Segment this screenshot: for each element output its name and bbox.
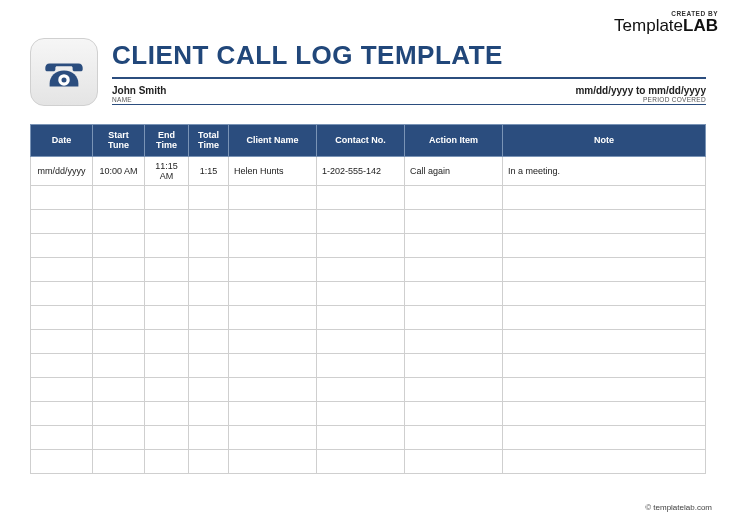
cell-client: Helen Hunts [229,156,317,185]
cell-date [31,233,93,257]
cell-action [405,377,503,401]
meta-name-label: NAME [112,96,166,103]
cell-note [503,449,706,473]
cell-contact [317,425,405,449]
cell-note [503,305,706,329]
cell-end [145,401,189,425]
cell-total [189,281,229,305]
cell-start [93,449,145,473]
cell-note [503,233,706,257]
cell-date: mm/dd/yyyy [31,156,93,185]
cell-total [189,305,229,329]
cell-contact [317,185,405,209]
table-row [31,353,706,377]
cell-action [405,281,503,305]
table-row: mm/dd/yyyy10:00 AM11:15 AM1:15Helen Hunt… [31,156,706,185]
cell-action: Call again [405,156,503,185]
cell-end [145,353,189,377]
cell-total [189,209,229,233]
cell-contact [317,449,405,473]
table-row [31,377,706,401]
template-page: CLIENT CALL LOG TEMPLATE John Smith NAME… [30,38,706,474]
call-log-table: Date StartTune EndTime TotalTime Client … [30,124,706,474]
cell-date [31,401,93,425]
cell-total [189,329,229,353]
cell-note [503,185,706,209]
cell-client [229,353,317,377]
table-row [31,425,706,449]
cell-client [229,305,317,329]
cell-start [93,257,145,281]
cell-client [229,185,317,209]
cell-client [229,257,317,281]
cell-date [31,329,93,353]
col-contact: Contact No. [317,125,405,157]
cell-date [31,281,93,305]
cell-end [145,377,189,401]
cell-start [93,377,145,401]
cell-note [503,401,706,425]
table-header-row: Date StartTune EndTime TotalTime Client … [31,125,706,157]
cell-note [503,329,706,353]
cell-contact [317,257,405,281]
cell-client [229,233,317,257]
meta-name-value: John Smith [112,85,166,96]
cell-client [229,329,317,353]
cell-contact [317,305,405,329]
cell-total [189,257,229,281]
cell-date [31,185,93,209]
cell-date [31,353,93,377]
cell-total: 1:15 [189,156,229,185]
cell-action [405,425,503,449]
cell-date [31,425,93,449]
col-end: EndTime [145,125,189,157]
cell-date [31,377,93,401]
meta-period-label: PERIOD COVERED [575,96,706,103]
meta-name: John Smith NAME [112,85,166,103]
cell-contact [317,209,405,233]
cell-start [93,233,145,257]
cell-contact [317,329,405,353]
cell-action [405,305,503,329]
table-row [31,257,706,281]
cell-end [145,449,189,473]
meta-period: mm/dd/yyyy to mm/dd/yyyy PERIOD COVERED [575,85,706,103]
brand-logo-light: Template [614,16,683,35]
cell-contact [317,281,405,305]
cell-contact [317,377,405,401]
col-action: Action Item [405,125,503,157]
table-row [31,209,706,233]
cell-start [93,281,145,305]
cell-contact: 1-202-555-142 [317,156,405,185]
cell-action [405,233,503,257]
page-title: CLIENT CALL LOG TEMPLATE [112,40,706,79]
phone-icon [30,38,98,106]
cell-action [405,185,503,209]
cell-date [31,449,93,473]
cell-note: In a meeting. [503,156,706,185]
col-note: Note [503,125,706,157]
cell-end [145,329,189,353]
cell-total [189,425,229,449]
cell-start [93,185,145,209]
cell-action [405,449,503,473]
cell-start: 10:00 AM [93,156,145,185]
cell-note [503,353,706,377]
svg-point-1 [61,77,66,82]
cell-contact [317,233,405,257]
cell-client [229,281,317,305]
cell-note [503,257,706,281]
cell-client [229,401,317,425]
cell-contact [317,401,405,425]
cell-total [189,185,229,209]
cell-total [189,377,229,401]
cell-start [93,209,145,233]
cell-total [189,401,229,425]
meta-row: John Smith NAME mm/dd/yyyy to mm/dd/yyyy… [112,85,706,105]
cell-action [405,401,503,425]
col-total: TotalTime [189,125,229,157]
cell-note [503,425,706,449]
cell-total [189,233,229,257]
brand-block: CREATED BY TemplateLAB [614,10,718,34]
cell-start [93,305,145,329]
